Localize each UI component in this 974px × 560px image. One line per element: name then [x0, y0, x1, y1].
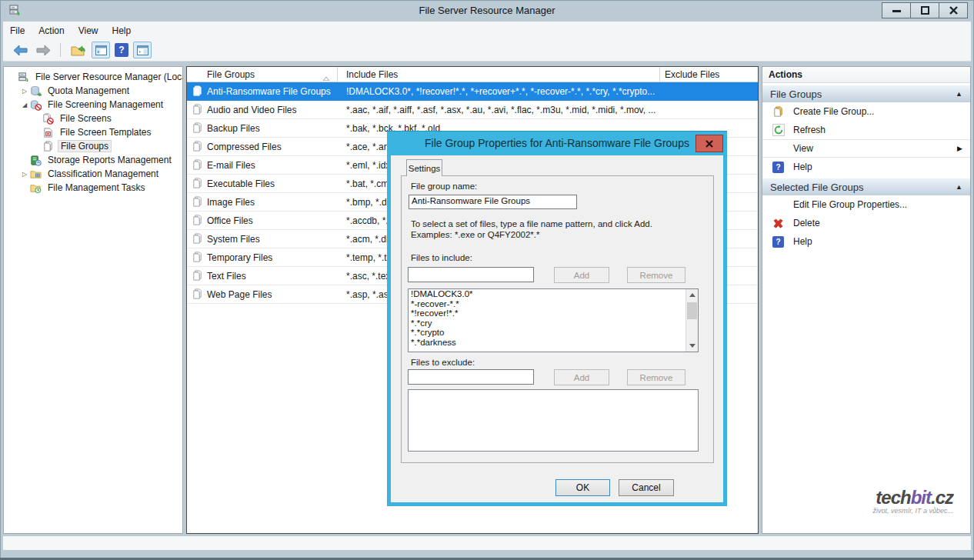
- action-delete[interactable]: Delete: [762, 214, 970, 232]
- listbox-scrollbar[interactable]: [685, 289, 698, 352]
- maximize-button[interactable]: [910, 2, 939, 18]
- action-refresh[interactable]: Refresh: [762, 121, 970, 139]
- tree-item-file-groups[interactable]: File Groups: [4, 139, 182, 153]
- collapse-section-icon[interactable]: ▲: [956, 90, 962, 98]
- tree-item-label: File Screen Templates: [58, 127, 154, 138]
- delete-icon: [772, 217, 785, 229]
- file-group-name: Image Files: [207, 197, 338, 208]
- file-group-row-anti-ransomware-file-groups[interactable]: Anti-Ransomware File Groups!DMALOCK3.0*,…: [187, 82, 758, 101]
- menu-view[interactable]: View: [72, 23, 105, 38]
- scrollbar-thumb[interactable]: [687, 302, 697, 319]
- file-group-icon: [192, 233, 204, 245]
- tab-settings[interactable]: Settings: [406, 159, 442, 176]
- forward-icon[interactable]: [34, 42, 52, 58]
- actions-pane-title: Actions: [762, 67, 970, 83]
- menu-action[interactable]: Action: [32, 23, 71, 38]
- dialog-body: Settings File group name: Anti-Ransomwar…: [391, 155, 723, 502]
- submenu-arrow-icon: ▶: [957, 145, 962, 152]
- status-bar: [3, 536, 971, 550]
- action-view[interactable]: View▶: [762, 139, 970, 158]
- tree-item-label: Storage Reports Management: [45, 155, 174, 165]
- file-group-name: Audio and Video Files: [207, 105, 338, 115]
- file-group-icon: [192, 178, 204, 190]
- include-file-pattern[interactable]: *.*crypto: [409, 328, 698, 338]
- exclude-files-listbox[interactable]: [408, 389, 699, 452]
- back-icon[interactable]: [11, 42, 29, 58]
- file-group-name-input[interactable]: Anti-Ransomware File Groups: [409, 195, 577, 209]
- include-file-pattern[interactable]: *.*cry: [409, 318, 698, 328]
- exclude-remove-button[interactable]: Remove: [627, 369, 685, 385]
- tree-item-storage-reports-management[interactable]: Storage Reports Management: [4, 153, 182, 167]
- tree-item-file-screening-management[interactable]: ◢File Screening Management: [4, 98, 182, 112]
- menu-help[interactable]: Help: [105, 23, 138, 38]
- action-label: Delete: [793, 218, 820, 228]
- collapse-icon[interactable]: ◢: [19, 102, 30, 108]
- cancel-button[interactable]: Cancel: [619, 479, 674, 496]
- column-header-include-files[interactable]: Include Files: [338, 67, 660, 82]
- column-header-exclude-files[interactable]: Exclude Files: [660, 67, 758, 82]
- tree-item-label: File Server Resource Manager (Local): [33, 72, 183, 82]
- file-group-name: E-mail Files: [207, 160, 338, 171]
- tree-item-quota-management[interactable]: ▷Quota Management: [4, 84, 182, 98]
- action-create-file-group[interactable]: Create File Group...: [762, 102, 970, 121]
- help-icon[interactable]: ?: [115, 43, 128, 57]
- help-icon: ?: [772, 161, 785, 173]
- show-console-tree-icon[interactable]: [92, 42, 110, 58]
- server-icon: [18, 72, 30, 83]
- tree-item-file-screens[interactable]: File Screens: [4, 112, 182, 125]
- refresh-icon: [772, 124, 785, 136]
- section-title: File Groups: [770, 88, 956, 100]
- exclude-add-button[interactable]: Add: [554, 369, 609, 385]
- watermark: techbit.cz život, vesmír, IT a vůbec...: [872, 487, 953, 515]
- file-group-row-audio-and-video-files[interactable]: Audio and Video Files*.aac, *.aif, *.aif…: [187, 101, 758, 119]
- tree-item-label: File Screens: [58, 113, 114, 124]
- ok-button[interactable]: OK: [555, 479, 610, 496]
- column-header-file-groups[interactable]: File Groups: [187, 67, 338, 82]
- column-label: File Groups: [207, 69, 255, 80]
- file-group-name: Office Files: [207, 215, 338, 226]
- include-remove-button[interactable]: Remove: [627, 267, 685, 283]
- collapse-section-icon[interactable]: ▲: [956, 183, 962, 191]
- menu-file[interactable]: File: [3, 23, 32, 38]
- instructions-line1: To select a set of files, type a file na…: [411, 219, 652, 228]
- actions-section-header-selected-file-groups[interactable]: Selected File Groups▲: [762, 178, 970, 195]
- file-group-name: Backup Files: [207, 123, 338, 134]
- fsrm-window: File Server Resource Manager FileActionV…: [0, 0, 974, 560]
- expand-icon[interactable]: ▷: [19, 88, 30, 95]
- exclude-pattern-input[interactable]: [408, 369, 534, 385]
- include-pattern-input[interactable]: [408, 267, 534, 282]
- console-tree: File Server Resource Manager (Local)▷Quo…: [3, 66, 183, 534]
- tree-item-file-screen-templates[interactable]: File Screen Templates: [4, 125, 182, 139]
- include-file-pattern[interactable]: !DMALOCK3.0*: [409, 289, 698, 299]
- include-file-pattern[interactable]: *-recover-*.*: [409, 299, 698, 309]
- file-group-properties-dialog: File Group Properties for Anti-Ransomwar…: [387, 131, 727, 506]
- tree-item-classification-management[interactable]: ▷Classification Management: [4, 167, 182, 181]
- action-help[interactable]: ?Help: [762, 232, 970, 251]
- window-controls: [882, 2, 968, 18]
- dialog-close-button[interactable]: [695, 135, 723, 152]
- expand-icon[interactable]: ▷: [19, 171, 30, 178]
- scroll-down-icon[interactable]: [686, 340, 698, 352]
- minimize-button[interactable]: [882, 2, 911, 18]
- tree-item-file-management-tasks[interactable]: File Management Tasks: [4, 181, 182, 195]
- include-add-button[interactable]: Add: [554, 267, 609, 283]
- include-files-listbox[interactable]: !DMALOCK3.0**-recover-*.**!recover!*.**.…: [408, 288, 699, 352]
- include-file-pattern[interactable]: *.*darkness: [409, 338, 698, 348]
- actions-section-header-file-groups[interactable]: File Groups▲: [762, 85, 970, 102]
- settings-tab-page: File group name: Anti-Ransomware File Gr…: [401, 175, 714, 463]
- include-file-pattern[interactable]: *!recover!*.*: [409, 308, 698, 318]
- action-edit-file-group-properties[interactable]: Edit File Group Properties...: [762, 195, 970, 214]
- export-list-icon[interactable]: [68, 42, 87, 58]
- close-button[interactable]: [939, 2, 968, 18]
- tree-item-label: Quota Management: [45, 85, 132, 96]
- action-help[interactable]: ?Help: [762, 158, 970, 176]
- section-title: Selected File Groups: [770, 182, 956, 193]
- sort-ascending-icon: [323, 72, 329, 83]
- tree-item-file-server-resource-manager-local[interactable]: File Server Resource Manager (Local): [4, 70, 182, 84]
- file-group-icon: [192, 122, 204, 135]
- quota-icon: [30, 85, 42, 97]
- file-group-icon: [192, 196, 204, 208]
- classification-icon: [30, 168, 42, 180]
- show-action-pane-icon[interactable]: [133, 42, 152, 58]
- scroll-up-icon[interactable]: [686, 289, 698, 301]
